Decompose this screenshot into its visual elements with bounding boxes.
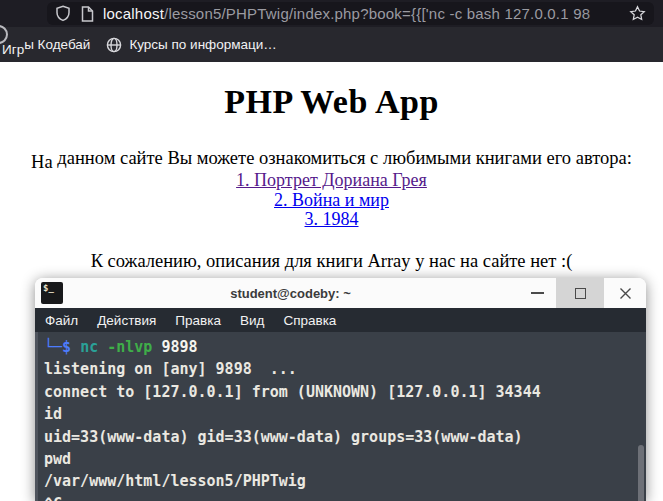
book-links: 1. Портрет Дориана Грея 2. Война и мир 3… (0, 171, 663, 230)
shield-icon[interactable] (55, 5, 71, 22)
terminal-line-id: id (44, 403, 646, 425)
command-port: 9898 (161, 338, 197, 356)
intro-text: На данном сайте Вы можете ознакомиться с… (0, 148, 663, 169)
command-flags: -nlvp (107, 338, 152, 356)
bookmark-item-courses[interactable]: Курсы по информаци… (106, 37, 276, 53)
terminal-line-pwd-result: /var/www/html/lesson5/PHPTwig (44, 470, 646, 492)
book-link-1[interactable]: 1. Портрет Дориана Грея (0, 171, 663, 191)
menu-actions[interactable]: Действия (97, 313, 156, 328)
close-icon (619, 287, 632, 300)
intro-prefix: На (31, 152, 53, 172)
command-nc: nc (80, 338, 98, 356)
menu-view[interactable]: Вид (240, 313, 264, 328)
browser-toolbar: localhost/lesson5/PHPTwig/index.php?book… (0, 0, 663, 27)
bookmark-label-rest: ы Кодебай (24, 37, 90, 52)
book-link-3[interactable]: 3. 1984 (0, 210, 663, 230)
terminal-menubar: Файл Действия Правка Вид Справка (35, 308, 646, 332)
page-title: PHP Web App (0, 83, 663, 121)
url-host: localhost (103, 5, 164, 22)
terminal-window: $_ student@codeby: ~ Файл Действия Правк… (35, 278, 646, 501)
bookmark-item-games[interactable]: Игры Кодебай (2, 37, 90, 52)
url-text[interactable]: localhost/lesson5/PHPTwig/index.php?book… (103, 5, 625, 22)
terminal-line-listening: listening on [any] 9898 ... (44, 358, 646, 380)
terminal-title: student@codeby: ~ (63, 286, 518, 301)
url-path: /lesson5/PHPTwig/index.php?book={{['nc -… (164, 5, 590, 22)
book-link-2[interactable]: 2. Война и мир (0, 191, 663, 211)
terminal-line-partial: ^C (44, 493, 646, 501)
menu-help[interactable]: Справка (283, 313, 336, 328)
menu-file[interactable]: Файл (45, 313, 78, 328)
maximize-icon (575, 288, 586, 299)
minimize-button[interactable] (518, 278, 556, 308)
terminal-line-id-result: uid=33(www-data) gid=33(www-data) groups… (44, 426, 646, 448)
bookmarks-bar: Игры Кодебай Курсы по информаци… (0, 27, 663, 62)
terminal-titlebar[interactable]: $_ student@codeby: ~ (35, 278, 646, 308)
notice-text: К сожалению, описания для книги Array у … (0, 251, 663, 272)
terminal-line-pwd: pwd (44, 448, 646, 470)
minimize-icon (531, 292, 544, 294)
url-bar[interactable]: localhost/lesson5/PHPTwig/index.php?book… (47, 2, 654, 25)
page-info-icon[interactable] (80, 6, 94, 22)
bookmark-label-prefix: Игр (2, 42, 24, 57)
terminal-app-icon: $_ (41, 282, 63, 304)
menu-edit[interactable]: Правка (175, 313, 221, 328)
bookmark-star-icon[interactable] (629, 5, 646, 22)
intro-rest: данном сайте Вы можете ознакомиться с лю… (53, 148, 632, 168)
url-fade-overlay (584, 2, 624, 25)
terminal-line-connect: connect to [127.0.0.1] from (UNKNOWN) [1… (44, 381, 646, 403)
maximize-button[interactable] (556, 278, 604, 308)
bookmark-label: Курсы по информаци… (129, 37, 276, 52)
terminal-scrollbar-thumb[interactable] (638, 445, 644, 501)
shell-prompt: └─$ (44, 338, 71, 356)
globe-icon (106, 37, 122, 53)
terminal-body[interactable]: └─$ nc -nlvp 9898 listening on [any] 989… (35, 332, 646, 501)
terminal-prompt-line: └─$ nc -nlvp 9898 (44, 336, 646, 358)
close-button[interactable] (604, 278, 646, 308)
